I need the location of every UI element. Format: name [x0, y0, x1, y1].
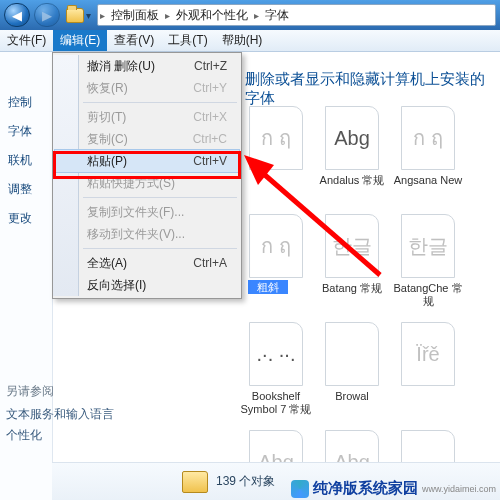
font-thumb: ก ฤ: [249, 106, 303, 170]
related-links: 另请参阅 文本服务和输入语言 个性化: [6, 383, 114, 448]
related-link-ime[interactable]: 文本服务和输入语言: [6, 406, 114, 423]
breadcrumb-seg-1[interactable]: 控制面板: [107, 7, 163, 24]
font-thumb: ก ฤ: [249, 214, 303, 278]
menu-shortcut: Ctrl+Y: [193, 81, 239, 95]
menu-invert-selection[interactable]: 反向选择(I): [55, 274, 239, 296]
menu-separator: [83, 248, 237, 249]
sidebar-item[interactable]: 更改: [0, 204, 52, 233]
menu-label: 反向选择(I): [55, 277, 239, 294]
menu-label: 剪切(T): [55, 109, 193, 126]
menu-label: 全选(A): [55, 255, 193, 272]
window-titlebar: ◀ ▶ ▾ ▸ 控制面板 ▸ 外观和个性化 ▸ 字体: [0, 0, 500, 30]
menu-undo[interactable]: 撤消 删除(U) Ctrl+Z: [55, 55, 239, 77]
menu-file[interactable]: 文件(F): [0, 30, 53, 51]
font-tile[interactable]: 한글Batang 常规: [314, 214, 390, 322]
menu-label: 撤消 删除(U): [55, 58, 194, 75]
menu-shortcut: Ctrl+X: [193, 110, 239, 124]
sidebar-item[interactable]: 联机: [0, 146, 52, 175]
menu-help[interactable]: 帮助(H): [215, 30, 270, 51]
font-grid: ก ฤAbgAndalus 常规ก ฤAngsana Newก ฤ한글Batan…: [238, 106, 500, 500]
menu-paste-shortcut: 粘贴快捷方式(S): [55, 172, 239, 194]
chevron-right-icon: ▸: [163, 10, 172, 21]
menu-label: 粘贴(P): [55, 153, 193, 170]
breadcrumb-seg-2[interactable]: 外观和个性化: [172, 7, 252, 24]
menu-copy: 复制(C) Ctrl+C: [55, 128, 239, 150]
status-count: 139 个对象: [216, 473, 275, 490]
menu-label: 粘贴快捷方式(S): [55, 175, 239, 192]
font-tile[interactable]: AbgAndalus 常规: [314, 106, 390, 214]
chevron-right-icon: ▸: [252, 10, 261, 21]
page-title: 删除或者显示和隐藏计算机上安装的字体: [245, 70, 494, 108]
nav-back-button[interactable]: ◀: [4, 3, 30, 27]
font-thumb: 한글: [401, 214, 455, 278]
menu-cut: 剪切(T) Ctrl+X: [55, 106, 239, 128]
folder-icon: [182, 471, 208, 493]
menu-select-all[interactable]: 全选(A) Ctrl+A: [55, 252, 239, 274]
font-tile[interactable]: Browal: [314, 322, 390, 430]
menu-bar: 文件(F) 编辑(E) 查看(V) 工具(T) 帮助(H): [0, 30, 500, 52]
sidebar-item[interactable]: 字体: [0, 117, 52, 146]
font-thumb: [325, 322, 379, 386]
menu-edit[interactable]: 编辑(E): [53, 30, 107, 51]
font-label: BatangChe 常规: [391, 282, 465, 307]
menu-shortcut: Ctrl+A: [193, 256, 239, 270]
font-tile[interactable]: ก ฤAngsana New: [390, 106, 466, 214]
font-tile[interactable]: ก ฤ: [238, 106, 314, 214]
watermark-brand: 纯净版系统家园: [313, 479, 418, 498]
watermark: 纯净版系统家园 www.yidaimei.com: [291, 479, 496, 498]
menu-shortcut: Ctrl+C: [193, 132, 239, 146]
menu-view[interactable]: 查看(V): [107, 30, 161, 51]
font-thumb: Ïřě: [401, 322, 455, 386]
font-label: Angsana New: [391, 174, 465, 187]
edit-menu-dropdown: 撤消 删除(U) Ctrl+Z 恢复(R) Ctrl+Y 剪切(T) Ctrl+…: [52, 52, 242, 299]
font-tile[interactable]: Ïřě: [390, 322, 466, 430]
watermark-url: www.yidaimei.com: [422, 484, 496, 494]
menu-label: 复制(C): [55, 131, 193, 148]
menu-tools[interactable]: 工具(T): [161, 30, 214, 51]
menu-label: 复制到文件夹(F)...: [55, 204, 239, 221]
menu-shortcut: Ctrl+V: [193, 154, 239, 168]
font-label: Andalus 常规: [315, 174, 389, 187]
menu-shortcut: Ctrl+Z: [194, 59, 239, 73]
font-tile[interactable]: .·. ··.Bookshelf Symbol 7 常规: [238, 322, 314, 430]
font-label: Bookshelf Symbol 7 常规: [239, 390, 313, 415]
watermark-logo-icon: [291, 480, 309, 498]
related-link-personalize[interactable]: 个性化: [6, 427, 114, 444]
sidebar-item[interactable]: 调整: [0, 175, 52, 204]
menu-separator: [83, 197, 237, 198]
menu-redo: 恢复(R) Ctrl+Y: [55, 77, 239, 99]
address-bar[interactable]: ▸ 控制面板 ▸ 外观和个性化 ▸ 字体: [97, 4, 496, 26]
menu-paste[interactable]: 粘贴(P) Ctrl+V: [55, 150, 239, 172]
menu-move-to-folder: 移动到文件夹(V)...: [55, 223, 239, 245]
address-folder-icon: [66, 8, 84, 23]
related-header: 另请参阅: [6, 383, 114, 400]
font-thumb: ก ฤ: [401, 106, 455, 170]
font-label: Browal: [315, 390, 389, 403]
menu-copy-to-folder: 复制到文件夹(F)...: [55, 201, 239, 223]
menu-label: 移动到文件夹(V)...: [55, 226, 239, 243]
font-tile[interactable]: 한글BatangChe 常规: [390, 214, 466, 322]
breadcrumb-seg-3[interactable]: 字体: [261, 7, 293, 24]
menu-label: 恢复(R): [55, 80, 193, 97]
font-thumb: Abg: [325, 106, 379, 170]
selected-style-label: 粗斜: [248, 280, 288, 294]
font-thumb: 한글: [325, 214, 379, 278]
font-tile[interactable]: ก ฤ: [238, 214, 314, 322]
sidebar-item[interactable]: 控制: [0, 88, 52, 117]
nav-forward-button[interactable]: ▶: [34, 3, 60, 27]
chevron-right-icon: ▸: [98, 10, 107, 21]
chevron-down-icon[interactable]: ▾: [86, 10, 91, 21]
font-label: Batang 常规: [315, 282, 389, 295]
menu-separator: [83, 102, 237, 103]
font-thumb: .·. ··.: [249, 322, 303, 386]
